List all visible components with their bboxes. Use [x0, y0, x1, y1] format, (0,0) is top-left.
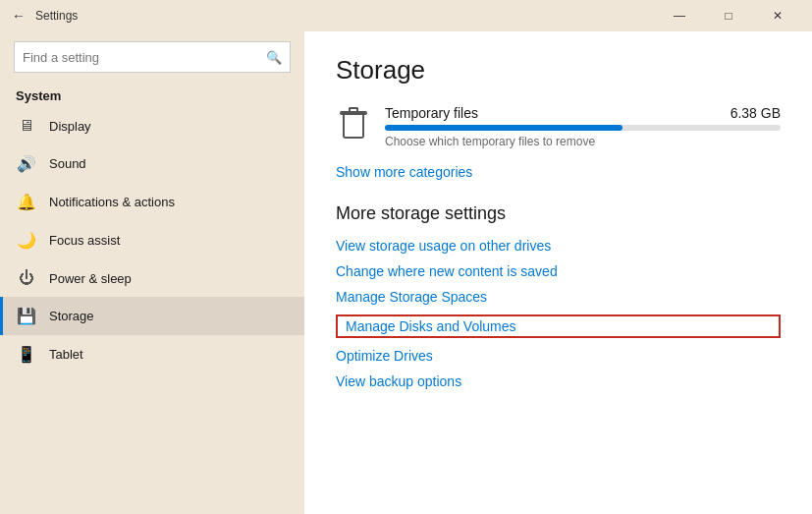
show-more-categories-link[interactable]: Show more categories	[336, 164, 781, 180]
temporary-files-description: Choose which temporary files to remove	[385, 135, 781, 148]
main-layout: 🔍 System 🖥 Display 🔊 Sound 🔔 Notificatio…	[0, 31, 812, 514]
title-bar-title: Settings	[35, 9, 657, 23]
trash-icon	[336, 105, 371, 141]
sidebar-label-tablet: Tablet	[49, 347, 83, 362]
sidebar-label-storage: Storage	[49, 309, 94, 323]
sidebar-items: 🖥 Display 🔊 Sound 🔔 Notifications & acti…	[0, 107, 304, 373]
power-icon: ⏻	[16, 269, 37, 287]
search-input[interactable]	[23, 50, 266, 65]
window-controls: — □ ✕	[657, 0, 800, 31]
focus-icon: 🌙	[16, 231, 37, 250]
display-icon: 🖥	[16, 117, 37, 135]
search-icon[interactable]: 🔍	[266, 50, 282, 65]
sidebar-item-tablet[interactable]: 📱 Tablet	[0, 335, 304, 373]
close-button[interactable]: ✕	[755, 0, 800, 31]
change-content-link[interactable]: Change where new content is saved	[336, 263, 781, 279]
title-bar: ← Settings — □ ✕	[0, 0, 812, 31]
temporary-files-size: 6.38 GB	[731, 105, 781, 121]
sidebar-label-display: Display	[49, 119, 91, 134]
sidebar-item-display[interactable]: 🖥 Display	[0, 107, 304, 144]
temporary-files-info: Temporary files 6.38 GB Choose which tem…	[385, 105, 781, 148]
storage-icon: 💾	[16, 307, 37, 325]
view-storage-link[interactable]: View storage usage on other drives	[336, 238, 781, 254]
temporary-files-progress-bar	[385, 125, 781, 131]
back-button[interactable]: ←	[12, 8, 26, 24]
search-box[interactable]: 🔍	[14, 41, 291, 73]
tablet-icon: 📱	[16, 345, 37, 364]
backup-link[interactable]: View backup options	[336, 373, 781, 389]
sidebar-item-storage[interactable]: 💾 Storage	[0, 297, 304, 335]
sidebar-item-power[interactable]: ⏻ Power & sleep	[0, 259, 304, 297]
sidebar-label-power: Power & sleep	[49, 271, 132, 286]
manage-disks-link[interactable]: Manage Disks and Volumes	[336, 314, 781, 338]
sidebar: 🔍 System 🖥 Display 🔊 Sound 🔔 Notificatio…	[0, 31, 304, 514]
sidebar-item-focus[interactable]: 🌙 Focus assist	[0, 221, 304, 259]
maximize-button[interactable]: □	[706, 0, 751, 31]
more-storage-settings-title: More storage settings	[336, 203, 781, 224]
temporary-files-header: Temporary files 6.38 GB	[385, 105, 781, 121]
sidebar-section-title: System	[0, 83, 304, 107]
sidebar-label-sound: Sound	[49, 156, 86, 171]
sidebar-item-notifications[interactable]: 🔔 Notifications & actions	[0, 183, 304, 221]
temporary-files-progress-fill	[385, 125, 623, 131]
page-title: Storage	[336, 55, 781, 86]
sidebar-item-sound[interactable]: 🔊 Sound	[0, 144, 304, 183]
more-settings-links: View storage usage on other drivesChange…	[336, 238, 781, 389]
sound-icon: 🔊	[16, 154, 37, 173]
minimize-button[interactable]: —	[657, 0, 702, 31]
temporary-files-name: Temporary files	[385, 105, 478, 121]
manage-spaces-link[interactable]: Manage Storage Spaces	[336, 289, 781, 305]
optimize-link[interactable]: Optimize Drives	[336, 348, 781, 364]
sidebar-label-focus: Focus assist	[49, 233, 120, 248]
sidebar-label-notifications: Notifications & actions	[49, 195, 175, 209]
temporary-files-item: Temporary files 6.38 GB Choose which tem…	[336, 105, 781, 148]
notifications-icon: 🔔	[16, 193, 37, 211]
content-area: Storage Temporary files 6.38 GB Choose w…	[304, 31, 812, 514]
